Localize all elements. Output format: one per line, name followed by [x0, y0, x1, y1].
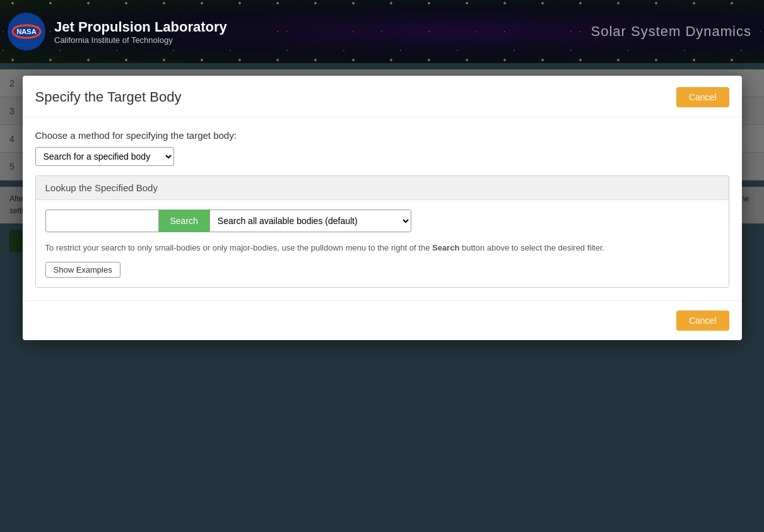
search-button[interactable]: Search [159, 210, 209, 232]
search-input[interactable] [45, 210, 159, 232]
lookup-body: Search Search all available bodies (defa… [36, 200, 729, 287]
cancel-button-bottom[interactable]: Cancel [676, 310, 729, 331]
header-title-main: Jet Propulsion Laboratory [54, 19, 227, 35]
method-select[interactable]: Search for a specified body Enter body n… [35, 147, 174, 166]
header-logo-area: NASA Jet Propulsion Laboratory Californi… [6, 11, 227, 52]
page-content: 2 Edit Target Body: Jupiter 3 Edit Obser… [0, 63, 764, 532]
header: NASA Jet Propulsion Laboratory Californi… [0, 0, 764, 63]
header-title-block: Jet Propulsion Laboratory California Ins… [54, 19, 227, 45]
modal-header: Specify the Target Body Cancel [23, 76, 742, 117]
svg-text:NASA: NASA [16, 28, 36, 35]
show-examples-button[interactable]: Show Examples [45, 262, 120, 278]
filter-select[interactable]: Search all available bodies (default) Sm… [209, 210, 411, 232]
modal-body: Choose a method for specifying the targe… [23, 117, 742, 300]
nasa-logo-icon: NASA [6, 11, 47, 52]
modal-dialog: Specify the Target Body Cancel Choose a … [23, 76, 742, 340]
header-right-title: Solar System Dynamics [591, 23, 751, 40]
lookup-box: Lookup the Specified Body Search Search … [35, 175, 729, 288]
cancel-button-top[interactable]: Cancel [676, 87, 729, 107]
search-hint-bold: Search [432, 243, 459, 252]
modal-title: Specify the Target Body [35, 89, 182, 105]
lookup-header: Lookup the Specified Body [36, 176, 729, 200]
method-label: Choose a method for specifying the targe… [35, 130, 729, 141]
modal-footer: Cancel [23, 300, 742, 340]
search-hint: To restrict your search to only small-bo… [45, 242, 719, 254]
header-title-sub: California Institute of Technology [54, 35, 227, 45]
search-row: Search Search all available bodies (defa… [45, 210, 719, 232]
